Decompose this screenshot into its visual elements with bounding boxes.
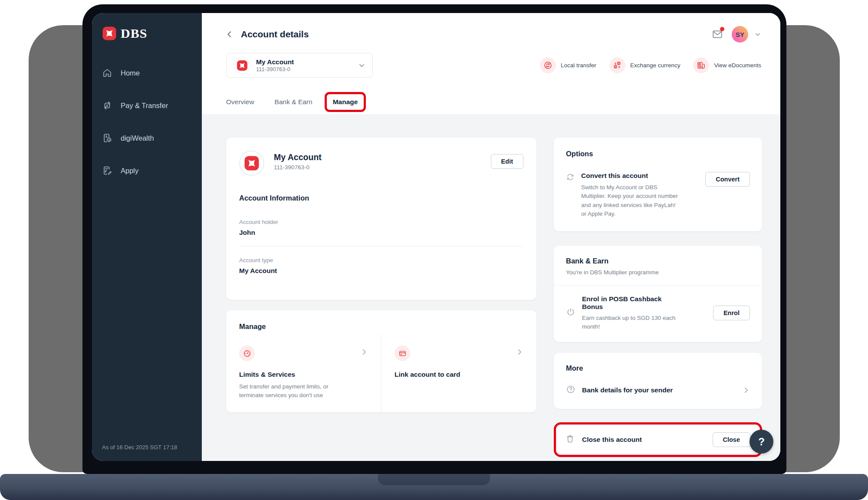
quick-action-label: Exchange currency: [630, 62, 681, 69]
dbs-wordmark: DBS: [121, 26, 147, 41]
field-value: My Account: [239, 267, 523, 275]
laptop-notch: [378, 474, 490, 485]
close-button[interactable]: Close: [713, 432, 751, 447]
avatar[interactable]: SY: [732, 26, 748, 43]
limits-gauge-icon: [239, 345, 255, 361]
inbox-button[interactable]: [712, 29, 723, 40]
selector-row: My Account 111-390763-0: [226, 53, 761, 78]
convert-title: Convert this account: [581, 172, 681, 180]
bank-details-label: Bank details for your sender: [582, 386, 673, 394]
field-label: Account holder: [239, 219, 523, 225]
right-column: Options Convert: [554, 138, 762, 461]
account-card-header: My Account 111-390763-0 Edit: [239, 151, 523, 176]
more-heading: More: [566, 364, 750, 372]
exchange-currency-action[interactable]: $ € Exchange currency: [609, 57, 681, 73]
page-title: Account details: [241, 29, 309, 39]
manage-heading: Manage: [226, 322, 536, 331]
convert-button[interactable]: Convert: [705, 172, 750, 187]
tab-overview[interactable]: Overview: [226, 98, 254, 106]
chevron-down-icon: [358, 62, 365, 69]
edocuments-icon: [693, 57, 709, 73]
field-account-holder: Account holder John: [239, 208, 523, 246]
bank-earn-heading: Bank & Earn: [566, 257, 750, 265]
account-info-card: My Account 111-390763-0 Edit Account Inf…: [226, 138, 536, 300]
limits-services-item[interactable]: Limits & Services Set transfer and payme…: [226, 334, 381, 412]
power-icon: [566, 307, 576, 319]
convert-account-row: Convert this account Switch to My Accoun…: [566, 172, 750, 218]
svg-text:$: $: [106, 104, 108, 108]
account-name: My Account: [274, 152, 322, 162]
exchange-currency-icon: $ €: [609, 57, 625, 73]
sidebar: DBS Home $ Pay & Transfer: [92, 13, 202, 461]
sidebar-item-pay-transfer[interactable]: $ Pay & Transfer: [102, 100, 194, 111]
laptop-base: [0, 474, 868, 500]
tab-bank-earn[interactable]: Bank & Earn: [275, 98, 312, 106]
sidebar-item-label: Home: [121, 69, 140, 77]
as-of-timestamp: As of 16 Dec 2025 SGT 17:18: [102, 444, 194, 451]
sidebar-item-home[interactable]: Home: [102, 68, 194, 78]
content: My Account 111-390763-0 Edit Account Inf…: [202, 114, 780, 461]
enrol-button[interactable]: Enrol: [713, 306, 750, 320]
close-account-label: Close this account: [582, 436, 642, 444]
bank-earn-card: Bank & Earn You're in DBS Multiplier pro…: [554, 246, 762, 342]
sidebar-item-digiwealth[interactable]: $ digiWealth: [102, 133, 194, 143]
left-column: My Account 111-390763-0 Edit Account Inf…: [226, 138, 536, 461]
account-information-heading: Account Information: [239, 194, 523, 202]
sidebar-item-apply[interactable]: Apply: [102, 165, 194, 176]
quick-action-label: View eDocuments: [714, 62, 761, 69]
back-button[interactable]: [224, 28, 236, 40]
manage-item-title: Limits & Services: [239, 371, 368, 378]
manage-card: Manage: [226, 310, 536, 412]
card-icon: [395, 345, 410, 361]
field-account-type: Account type My Account: [239, 246, 523, 284]
tab-manage-label: Manage: [333, 98, 358, 105]
selected-account-name: My Account: [256, 58, 294, 66]
help-button[interactable]: ?: [750, 430, 773, 454]
convert-refresh-icon: [566, 173, 575, 183]
local-transfer-icon: [540, 57, 556, 73]
header-actions: SY: [712, 26, 761, 43]
sidebar-item-label: Pay & Transfer: [121, 102, 168, 110]
enrol-title: Enrol in POSB Cashback Bonus: [582, 295, 684, 311]
account-fields: Account holder John Account type My Acco…: [239, 208, 523, 284]
red-annotation-box: Close this account Close: [554, 422, 762, 457]
tabs: Overview Bank & Earn Manage: [226, 90, 761, 114]
chevron-right-icon: [360, 348, 368, 356]
home-icon: [102, 68, 112, 78]
enrol-description: Earn cashback up to SGD 130 each month!: [582, 314, 684, 331]
enrol-cashback-row: Enrol in POSB Cashback Bonus Earn cashba…: [554, 285, 762, 342]
dbs-logo: DBS: [102, 26, 194, 41]
dbs-logo-icon: [102, 26, 117, 41]
account-selector[interactable]: My Account 111-390763-0: [226, 53, 373, 78]
manage-items: Limits & Services Set transfer and payme…: [226, 334, 536, 412]
tab-manage[interactable]: Manage: [333, 98, 358, 106]
bank-details-row[interactable]: Bank details for your sender: [566, 385, 750, 396]
link-account-to-card-item[interactable]: Link account to card: [381, 334, 536, 412]
edit-button[interactable]: Edit: [491, 154, 523, 169]
chevron-right-icon: [516, 348, 523, 356]
title-row: Account details SY: [226, 26, 761, 43]
options-heading: Options: [566, 150, 750, 158]
bank-earn-header: Bank & Earn You're in DBS Multiplier pro…: [554, 257, 762, 285]
account-logo-icon: [239, 151, 264, 176]
pay-transfer-icon: $: [102, 100, 112, 111]
chevron-right-icon: [742, 386, 750, 394]
multiplier-status: You're in DBS Multiplier programme: [566, 269, 750, 276]
sidebar-item-label: digiWealth: [121, 134, 154, 142]
chevron-down-icon[interactable]: [754, 31, 761, 38]
options-card: Options Convert: [554, 138, 762, 231]
account-logo-icon: [233, 57, 250, 74]
selected-account-number: 111-390763-0: [256, 66, 294, 73]
sidebar-item-label: Apply: [121, 167, 138, 175]
main-header: Account details SY: [202, 13, 780, 114]
manage-item-title: Link account to card: [395, 371, 523, 378]
field-value: John: [239, 229, 523, 237]
view-edocuments-action[interactable]: View eDocuments: [693, 57, 761, 73]
quick-action-label: Local transfer: [561, 62, 596, 69]
page: DBS Home $ Pay & Transfer: [0, 0, 868, 500]
manage-item-description: Set transfer and payment limits, or term…: [239, 382, 348, 399]
quick-actions: Local transfer $ €: [540, 57, 761, 73]
convert-description: Switch to My Account or DBS Multiplier. …: [581, 183, 681, 218]
local-transfer-action[interactable]: Local transfer: [540, 57, 596, 73]
trash-icon: [566, 434, 576, 445]
